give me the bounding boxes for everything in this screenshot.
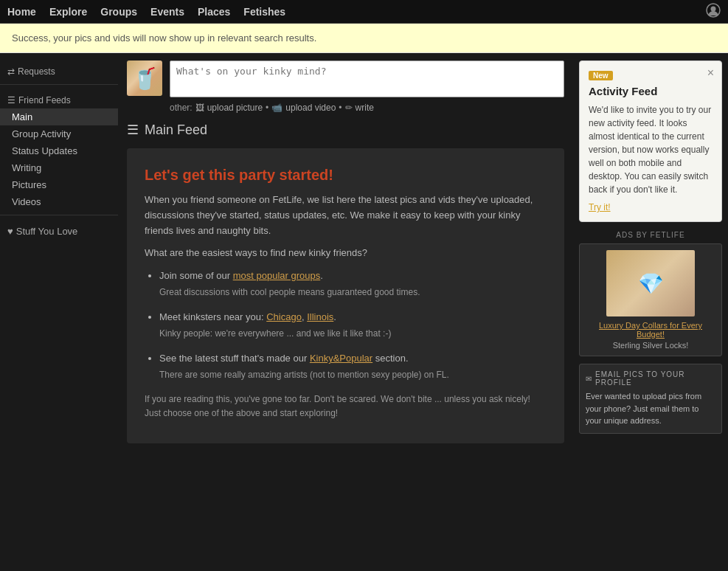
- composer-actions: other: 🖼 upload picture • 📹 upload video…: [170, 103, 564, 113]
- email-title: ✉ EMAIL PICS TO YOUR PROFILE: [586, 370, 715, 387]
- list-icon: ☰: [7, 95, 15, 105]
- groups-note: Great discussions with cool people means…: [159, 286, 547, 300]
- list-item-location: Meet kinksters near you: Chicago, Illino…: [159, 310, 547, 341]
- feed-question: What are the easiest ways to find new ki…: [145, 246, 547, 261]
- avatar-image: 🥤: [127, 60, 162, 96]
- ad-image: 💎: [606, 250, 695, 316]
- composer-right: other: 🖼 upload picture • 📹 upload video…: [170, 60, 564, 113]
- email-section: ✉ EMAIL PICS TO YOUR PROFILE Ever wanted…: [579, 364, 722, 434]
- sidebar: ⇄ Requests ☰ Friend Feeds Main Group Act…: [0, 53, 118, 570]
- sidebar-item-writing[interactable]: Writing: [0, 159, 118, 176]
- nav-home[interactable]: Home: [7, 6, 36, 18]
- upload-video-link[interactable]: upload video: [285, 103, 336, 113]
- main-content: 🥤 other: 🖼 upload picture • 📹 upload vid…: [118, 53, 573, 570]
- kinky-popular-link[interactable]: Kinky&Popular: [310, 353, 372, 364]
- picture-icon: 🖼: [195, 103, 204, 113]
- illinois-link[interactable]: Illinois: [307, 311, 333, 322]
- nav-fetishes[interactable]: Fetishes: [243, 6, 285, 18]
- email-icon: ✉: [586, 375, 592, 383]
- activity-feed-body: We'd like to invite you to try our new a…: [589, 103, 713, 196]
- feed-list: Join some of our most popular groups. Gr…: [159, 269, 547, 382]
- ad-box: 💎 Luxury Day Collars for Every Budget! S…: [579, 243, 722, 356]
- write-icon: ✏: [345, 103, 353, 113]
- sidebar-divider-1: [0, 84, 118, 85]
- requests-header: ⇄ Requests: [0, 60, 118, 80]
- upload-picture-link[interactable]: upload picture: [207, 103, 263, 113]
- email-body: Ever wanted to upload pics from your pho…: [586, 390, 715, 427]
- new-badge: New: [589, 71, 613, 80]
- feed-list-icon: ☰: [127, 122, 139, 138]
- feed-box: Let's get this party started! When you f…: [127, 148, 564, 443]
- right-sidebar: × New Activity Feed We'd like to invite …: [573, 53, 728, 570]
- ads-label: ADS BY FETLIFE: [579, 231, 722, 239]
- composer-textarea[interactable]: [170, 60, 564, 97]
- sidebar-divider-2: [0, 215, 118, 215]
- heart-icon: ♥: [7, 226, 13, 237]
- nav-events[interactable]: Events: [150, 6, 184, 18]
- sidebar-item-videos[interactable]: Videos: [0, 193, 118, 210]
- feed-title: Main Feed: [145, 122, 207, 138]
- activity-feed-title: Activity Feed: [589, 85, 713, 97]
- friend-feeds-header: ☰ Friend Feeds: [0, 89, 118, 108]
- chicago-link[interactable]: Chicago: [266, 311, 302, 322]
- write-link[interactable]: write: [356, 103, 374, 113]
- sidebar-item-pictures[interactable]: Pictures: [0, 176, 118, 193]
- list-item-kinky-popular: See the latest stuff that's made our Kin…: [159, 351, 547, 382]
- nav-explore[interactable]: Explore: [49, 6, 87, 18]
- feed-closing: If you are reading this, you've gone too…: [145, 392, 547, 421]
- nav-places[interactable]: Places: [198, 6, 230, 18]
- list-item-groups: Join some of our most popular groups. Gr…: [159, 269, 547, 300]
- avatar: 🥤: [127, 60, 162, 96]
- svg-point-1: [711, 7, 716, 12]
- composer: 🥤 other: 🖼 upload picture • 📹 upload vid…: [127, 60, 564, 113]
- nav-groups[interactable]: Groups: [100, 6, 137, 18]
- video-icon: 📹: [271, 103, 282, 113]
- feed-header: ☰ Main Feed: [127, 122, 564, 141]
- ad-subtext: Sterling Silver Locks!: [586, 341, 715, 350]
- sidebar-stuff-you-love[interactable]: ♥ Stuff You Love: [0, 220, 118, 243]
- nav-right: [706, 3, 721, 20]
- kinky-popular-note: There are some really amazing artists (n…: [159, 368, 547, 382]
- sidebar-item-main[interactable]: Main: [0, 108, 118, 125]
- feed-heading: Let's get this party started!: [145, 163, 547, 187]
- location-note: Kinky people: we're everywhere ... and w…: [159, 327, 547, 341]
- popular-groups-link[interactable]: most popular groups: [233, 270, 321, 281]
- feed-intro: When you friend someone on FetLife, we l…: [145, 193, 547, 238]
- requests-icon: ⇄: [7, 66, 15, 77]
- close-popup-button[interactable]: ×: [707, 67, 714, 79]
- sidebar-item-status-updates[interactable]: Status Updates: [0, 142, 118, 159]
- success-banner: Success, your pics and vids will now sho…: [0, 24, 728, 53]
- try-it-link[interactable]: Try it!: [589, 202, 611, 212]
- activity-feed-popup: × New Activity Feed We'd like to invite …: [579, 60, 722, 222]
- main-layout: ⇄ Requests ☰ Friend Feeds Main Group Act…: [0, 53, 728, 570]
- sidebar-item-group-activity[interactable]: Group Activity: [0, 125, 118, 142]
- top-nav: Home Explore Groups Events Places Fetish…: [0, 0, 728, 24]
- ad-link[interactable]: Luxury Day Collars for Every Budget!: [586, 321, 715, 339]
